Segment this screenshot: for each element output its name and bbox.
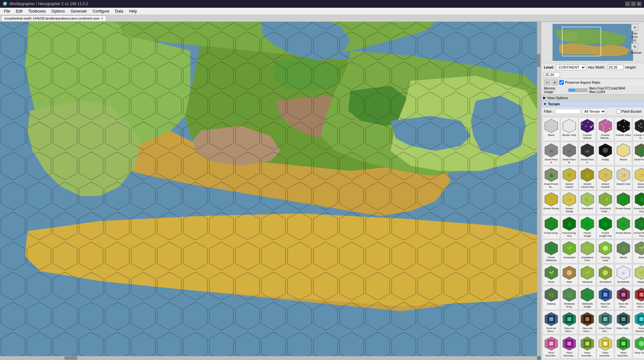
- active-tab[interactable]: icosahedral-earth-144x58-landerasedwocca…: [1, 15, 106, 21]
- menu-item-file[interactable]: File: [1, 8, 13, 14]
- terrain-tile-41[interactable]: 🌱Steppe: [633, 264, 644, 285]
- terrain-name-24: Forest Enrg.: [544, 232, 558, 235]
- terrain-tile-13[interactable]: 🌵Desert Cactus: [561, 166, 578, 190]
- terrain-tile-49[interactable]: Floor Art Deco...: [561, 310, 578, 334]
- terrain-tile-23[interactable]: 🌲Forest Decid. Hvy: [633, 191, 644, 214]
- terrain-tile-39[interactable]: Shrubland: [597, 264, 614, 285]
- terrain-tile-34[interactable]: 🌿Marsh: [615, 240, 632, 263]
- terrain-tile-32[interactable]: 🌱Grassland Poor: [579, 240, 596, 263]
- terrain-tile-15[interactable]: 🏜Desert Coastal: [597, 166, 614, 190]
- terrain-tile-1[interactable]: Border Only: [561, 117, 578, 141]
- terrain-tile-7[interactable]: ⛰Dwarf Floor B: [561, 142, 578, 166]
- terrain-arrow: ▼: [543, 102, 547, 106]
- level-select[interactable]: CONTINENT: [556, 64, 586, 70]
- terrain-tile-46[interactable]: Floor Art Deco...: [615, 286, 632, 310]
- terrain-tile-57[interactable]: Floor Geometr...: [597, 335, 614, 359]
- terrain-name-46: Floor Art Deco...: [616, 303, 631, 308]
- terrain-tile-24[interactable]: 🌲Forest Enrg.: [543, 215, 560, 239]
- terrain-tile-4[interactable]: Cosmic Stars: [615, 117, 632, 141]
- decrease-button[interactable]: −: [544, 80, 550, 85]
- tab-label: icosahedral-earth-144x58-landerasedwocca…: [4, 16, 99, 20]
- terrain-tile-12[interactable]: 🌲Dead Forest W...: [543, 166, 560, 190]
- terrain-tile-50[interactable]: Floor Art Deco...: [579, 310, 596, 334]
- terrain-tile-11[interactable]: 🌲Dead Forest: [633, 142, 644, 166]
- terrain-image-28: 🌲: [616, 216, 631, 232]
- view-options-header[interactable]: ▶ View Options: [541, 95, 644, 101]
- terrain-tile-26[interactable]: 🌲Forest Jungle: [579, 215, 596, 239]
- maximize-button[interactable]: □: [631, 2, 636, 6]
- terrain-tile-30[interactable]: 🌲Forest Wetlands: [543, 240, 560, 263]
- filter-select[interactable]: All Terrain: [582, 109, 606, 114]
- terrain-tile-56[interactable]: Floor Geometr...: [579, 335, 596, 359]
- horizontal-scrollbar[interactable]: [0, 356, 537, 360]
- terrain-tile-28[interactable]: 🌲Forest Mixed: [615, 215, 632, 239]
- terrain-tile-27[interactable]: 🌲Forest Jungle Hvy: [597, 215, 614, 239]
- menu-item-help[interactable]: Help: [127, 8, 140, 14]
- hex-height-input[interactable]: [544, 72, 560, 77]
- terrain-tile-52[interactable]: Floor Grill...: [615, 310, 632, 334]
- terrain-tile-47[interactable]: Floor Art Deco...: [633, 286, 644, 310]
- terrain-name-44: Wetlands Jungle: [580, 303, 595, 308]
- terrain-tile-31[interactable]: 🌱Grassland: [561, 240, 578, 263]
- terrain-tile-36[interactable]: 🌱Moss: [543, 264, 560, 285]
- terrain-tile-3[interactable]: Cosmic Nebula...: [597, 117, 614, 141]
- close-button[interactable]: ✕: [637, 2, 641, 6]
- terrain-tile-58[interactable]: Floor Geometr...: [615, 335, 632, 359]
- terrain-tile-10[interactable]: 🏖Beach: [615, 142, 632, 166]
- terrain-tile-6[interactable]: ⛰Dwarf Floor A: [543, 142, 560, 166]
- terrain-tile-53[interactable]: Floor Geometr...: [633, 310, 644, 334]
- terrain-header[interactable]: ▼ Terrain: [541, 101, 644, 107]
- terrain-tile-16[interactable]: 🏜Desert Cold: [615, 166, 632, 190]
- terrain-tile-54[interactable]: Floor Geometr...: [543, 335, 560, 359]
- terrain-tile-42[interactable]: 🌿Swamp: [543, 286, 560, 310]
- terrain-tile-40[interactable]: ❄Snowfields: [615, 264, 632, 285]
- preserve-aspect-checkbox[interactable]: [559, 80, 564, 85]
- terrain-tile-22[interactable]: 🌲Forest Decid.: [615, 191, 632, 214]
- terrain-tile-35[interactable]: 🌱Moor: [633, 240, 644, 263]
- map-area[interactable]: [0, 22, 541, 360]
- terrain-tile-2[interactable]: Cosmic Nebula: [579, 117, 596, 141]
- terrain-tile-29[interactable]: 🌲Forest Mixed Hvy: [633, 215, 644, 239]
- menu-item-generate[interactable]: Generate: [68, 8, 89, 14]
- menu-item-toolboxes[interactable]: Toolboxes: [26, 8, 48, 14]
- paint-bucket-checkbox[interactable]: [616, 109, 620, 114]
- terrain-tile-37[interactable]: Mud: [561, 264, 578, 285]
- terrain-tile-38[interactable]: 🌱Savanna: [579, 264, 596, 285]
- terrain-tile-5[interactable]: Cosmic Stars H...: [633, 117, 644, 141]
- terrain-tile-21[interactable]: 🌾Farmland Cultu...: [597, 191, 614, 214]
- terrain-tile-59[interactable]: Floor Grass: [633, 335, 644, 359]
- filter-input[interactable]: [555, 109, 581, 114]
- menu-item-options[interactable]: Options: [49, 8, 67, 14]
- terrain-tile-45[interactable]: Floor Art Deco...: [597, 286, 614, 310]
- hex-width-input[interactable]: [607, 65, 623, 70]
- vertical-scrollbar[interactable]: [537, 22, 541, 356]
- terrain-tile-14[interactable]: 🌵Desert Cactus Hvy: [579, 166, 596, 190]
- terrain-tile-19[interactable]: 🏜Desert Sandy: [561, 191, 578, 214]
- close-tab-icon[interactable]: ✕: [101, 17, 103, 20]
- terrain-tile-44[interactable]: 🌲Wetlands Jungle: [579, 286, 596, 310]
- menu-item-configure[interactable]: Configure: [90, 8, 112, 14]
- increase-button[interactable]: +: [552, 80, 558, 85]
- terrain-tile-9[interactable]: Empty: [597, 142, 614, 166]
- minimize-button[interactable]: ─: [625, 2, 630, 6]
- terrain-tile-17[interactable]: 🏜Desert Dunes: [633, 166, 644, 190]
- zoom-in-button[interactable]: +: [631, 24, 638, 31]
- terrain-tile-20[interactable]: 🌾Farmland: [579, 191, 596, 214]
- mini-map-svg: [553, 24, 633, 61]
- refresh-button[interactable]: ↻: [631, 43, 638, 50]
- menu-item-data[interactable]: Data: [113, 8, 126, 14]
- svg-point-48: [603, 131, 604, 132]
- menu-item-edit[interactable]: Edit: [13, 8, 25, 14]
- terrain-tile-8[interactable]: ⛰Dwarf Floor C: [579, 142, 596, 166]
- terrain-tile-55[interactable]: Floor Geometr...: [561, 335, 578, 359]
- terrain-tile-33[interactable]: Grazing Land: [597, 240, 614, 263]
- terrain-tile-48[interactable]: Floor Art Deco...: [543, 310, 560, 334]
- terrain-tile-0[interactable]: Blank: [543, 117, 560, 141]
- terrain-name-2: Cosmic Nebula: [580, 134, 595, 140]
- terrain-tile-51[interactable]: Floor Floor Gril...: [597, 310, 614, 334]
- terrain-image-35: 🌱: [634, 241, 644, 256]
- terrain-tile-25[interactable]: 🌲Forest Enrg. Hvy: [561, 215, 578, 239]
- terrain-tile-18[interactable]: 🏜Desert Rocky: [543, 191, 560, 214]
- terrain-image-31: 🌱: [562, 241, 577, 256]
- terrain-tile-43[interactable]: 🌿Wetlands Enrg.: [561, 286, 578, 310]
